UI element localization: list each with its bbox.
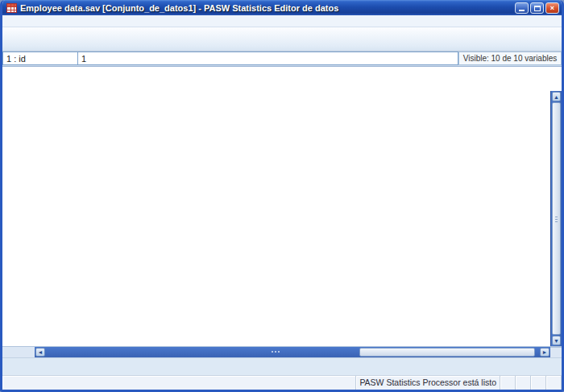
scroll-right-icon[interactable]: ► [540,348,549,357]
vertical-scroll-thumb[interactable] [552,102,561,335]
horizontal-scrollbar-row: ◄ ► [2,346,562,357]
cell-editor-input[interactable]: 1 [78,52,458,65]
minimize-button[interactable] [515,2,529,14]
scroll-left-icon[interactable]: ◄ [35,348,45,357]
toolbar [2,27,562,52]
status-message: PASW Statistics Processor está listo [356,376,500,390]
horizontal-scroll-thumb[interactable] [359,348,535,357]
active-cell-reference: 1 : id [2,52,78,65]
menu-bar [2,15,562,27]
status-bar: PASW Statistics Processor está listo [2,375,562,390]
column-header-row [2,67,562,91]
close-button[interactable]: × [545,2,559,14]
scroll-down-icon[interactable]: ▼ [552,336,561,345]
maximize-button[interactable] [530,2,544,14]
window-title: Employee data.sav [Conjunto_de_datos1] -… [20,3,515,13]
data-rows [2,91,550,346]
vertical-scrollbar[interactable]: ▲ ▼ [550,91,562,346]
view-tabs [2,357,562,375]
horizontal-scrollbar[interactable]: ◄ ► [35,347,550,357]
app-window: Employee data.sav [Conjunto_de_datos1] -… [0,0,564,392]
visible-variables-info: Visible: 10 de 10 variables [458,52,562,65]
title-bar[interactable]: Employee data.sav [Conjunto_de_datos1] -… [2,0,562,15]
scroll-up-icon[interactable]: ▲ [552,92,561,101]
data-grid: ▲ ▼ ◄ ► [2,66,562,357]
app-icon [6,3,17,13]
pane-splitter-handle[interactable] [272,351,273,353]
cell-reference-bar: 1 : id 1 Visible: 10 de 10 variables [2,52,562,66]
